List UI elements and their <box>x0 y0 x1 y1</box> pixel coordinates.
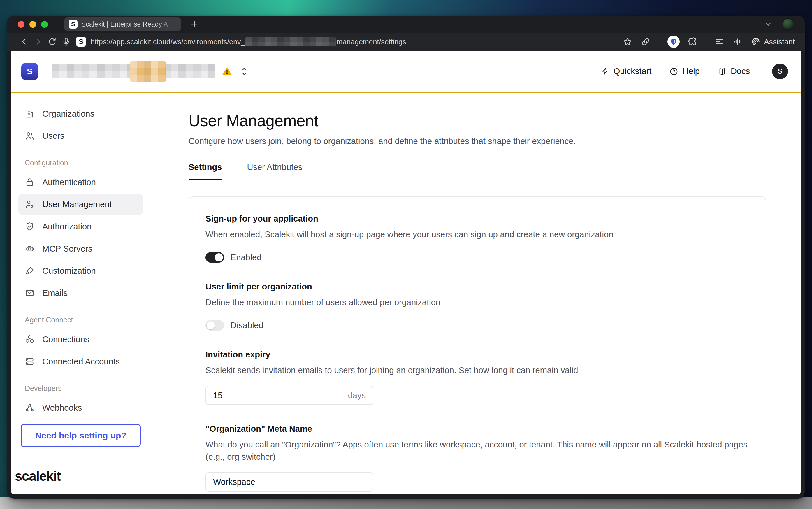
environment-warning-icon <box>222 66 232 77</box>
tab-title: Scalekit | Enterprise Ready A <box>81 21 177 28</box>
help-button[interactable]: Help <box>669 66 700 76</box>
microphone-icon[interactable] <box>59 37 73 46</box>
signup-toggle[interactable] <box>206 252 224 263</box>
sidebar-item-label: Organizations <box>42 109 95 118</box>
user-avatar[interactable]: S <box>772 64 788 79</box>
close-window-button[interactable] <box>18 21 25 28</box>
sidebar-item-authentication[interactable]: Authentication <box>19 172 143 193</box>
need-help-button[interactable]: Need help setting up? <box>21 424 141 447</box>
browser-tab[interactable]: S Scalekit | Enterprise Ready A <box>64 18 181 31</box>
sidebar-item-authorization[interactable]: Authorization <box>19 216 143 237</box>
site-favicon: S <box>76 37 86 47</box>
sidebar-item-label: Emails <box>42 288 68 298</box>
invitation-expiry-field: days <box>206 386 373 405</box>
invitation-expiry-input[interactable] <box>213 391 348 400</box>
signup-section: Sign-up for your application When enable… <box>206 214 749 263</box>
browser-tab-bar: S Scalekit | Enterprise Ready A <box>7 16 805 33</box>
sidebar-item-emails[interactable]: Emails <box>19 282 143 303</box>
workspace-switcher-icon[interactable] <box>240 66 249 77</box>
sidebar-item-label: MCP Servers <box>42 244 93 253</box>
docs-button[interactable]: Docs <box>718 66 750 76</box>
tab-favicon: S <box>69 20 77 29</box>
signup-toggle-label: Enabled <box>231 253 261 262</box>
page-subtitle: Configure how users join, belong to orga… <box>188 136 766 146</box>
robot-icon <box>25 244 35 253</box>
forward-button[interactable] <box>31 37 45 46</box>
server-stack-icon <box>25 357 35 367</box>
chevron-down-icon[interactable] <box>764 20 773 29</box>
book-icon <box>718 67 727 76</box>
invitation-expiry-unit: days <box>348 391 366 400</box>
audio-waveform-icon[interactable] <box>733 37 743 47</box>
sidebar-section-developers: Developers <box>25 384 143 393</box>
back-button[interactable] <box>17 37 31 46</box>
sidebar-section-agent-connect: Agent Connect <box>25 316 143 324</box>
browser-profile-avatar[interactable] <box>783 19 794 30</box>
tab-user-attributes[interactable]: User Attributes <box>247 162 302 179</box>
sidebar-item-label: Authentication <box>42 177 96 187</box>
sidebar-item-connected-accounts[interactable]: Connected Accounts <box>19 351 143 372</box>
tab-settings[interactable]: Settings <box>188 162 222 179</box>
envelope-icon <box>25 288 35 298</box>
cubes-icon <box>25 334 35 344</box>
sidebar-section-configuration: Configuration <box>25 159 143 167</box>
invitation-expiry-title: Invitation expiry <box>206 350 749 360</box>
users-icon <box>25 131 35 141</box>
sidebar-item-label: Authorization <box>42 222 92 232</box>
bookmark-star-icon[interactable] <box>623 37 632 47</box>
signup-description: When enabled, Scalekit will host a sign-… <box>206 228 749 240</box>
help-circle-icon <box>669 67 678 76</box>
user-limit-toggle[interactable] <box>206 320 224 331</box>
user-limit-description: Define the maximum number of users allow… <box>206 296 749 308</box>
quickstart-button[interactable]: Quickstart <box>601 66 652 76</box>
desktop-dock-strip <box>0 497 812 509</box>
user-gear-icon <box>25 199 35 209</box>
password-manager-extension-icon[interactable] <box>667 36 680 48</box>
user-limit-toggle-label: Disabled <box>231 321 263 330</box>
app-header: S Quickst <box>11 51 801 93</box>
sidebar-item-webhooks[interactable]: Webhooks <box>19 397 143 418</box>
assistant-icon <box>751 37 761 47</box>
meta-name-field <box>206 472 373 491</box>
user-limit-title: User limit per organization <box>206 282 749 292</box>
sidebar-item-mcp-servers[interactable]: MCP Servers <box>19 238 143 259</box>
zoom-window-button[interactable] <box>41 21 48 28</box>
sidebar-item-label: Connections <box>42 335 89 344</box>
minimize-window-button[interactable] <box>29 21 36 28</box>
url-redacted-segment <box>245 37 336 46</box>
sidebar-item-user-management[interactable]: User Management <box>19 194 143 215</box>
sidebar-footer: scalekit <box>11 459 151 495</box>
sidebar-item-customization[interactable]: Customization <box>19 260 143 281</box>
meta-name-description: What do you call an "Organization"? Apps… <box>206 438 749 463</box>
signup-title: Sign-up for your application <box>206 214 749 224</box>
sidebar-item-users[interactable]: Users <box>19 125 143 146</box>
webhook-icon <box>25 403 35 413</box>
browser-toolbar: S https://app.scalekit.cloud/ws/environm… <box>7 33 805 51</box>
lightning-icon <box>601 67 609 76</box>
invitation-expiry-section: Invitation expiry Scalekit sends invitat… <box>206 350 749 405</box>
meta-name-title: "Organization" Meta Name <box>206 424 749 434</box>
copy-link-icon[interactable] <box>641 37 650 47</box>
user-limit-section: User limit per organization Define the m… <box>206 282 749 331</box>
sidebar-item-organizations[interactable]: Organizations <box>19 103 143 124</box>
sidebar: Organizations Users Configuration Auth <box>11 93 151 495</box>
sidebar-item-label: Users <box>42 131 64 141</box>
browser-window: S Scalekit | Enterprise Ready A S https:… <box>7 16 805 499</box>
sidebar-item-label: Webhooks <box>42 403 82 413</box>
scalekit-logo: S <box>21 63 38 80</box>
settings-card: Sign-up for your application When enable… <box>188 197 766 495</box>
page-title: User Management <box>188 111 766 130</box>
sidebar-item-label: User Management <box>42 200 112 209</box>
assistant-button[interactable]: Assistant <box>751 37 795 47</box>
building-icon <box>25 109 35 118</box>
address-bar[interactable]: https://app.scalekit.cloud/ws/environmen… <box>91 37 406 46</box>
reading-list-icon[interactable] <box>715 37 725 47</box>
tab-strip: Settings User Attributes <box>188 162 766 180</box>
lock-icon <box>25 177 35 187</box>
new-tab-button[interactable] <box>189 19 199 29</box>
sidebar-item-connections[interactable]: Connections <box>19 329 143 350</box>
meta-name-input[interactable] <box>213 477 366 487</box>
workspace-name-redacted[interactable] <box>51 64 215 78</box>
extensions-puzzle-icon[interactable] <box>688 37 698 47</box>
reload-button[interactable] <box>45 37 59 46</box>
